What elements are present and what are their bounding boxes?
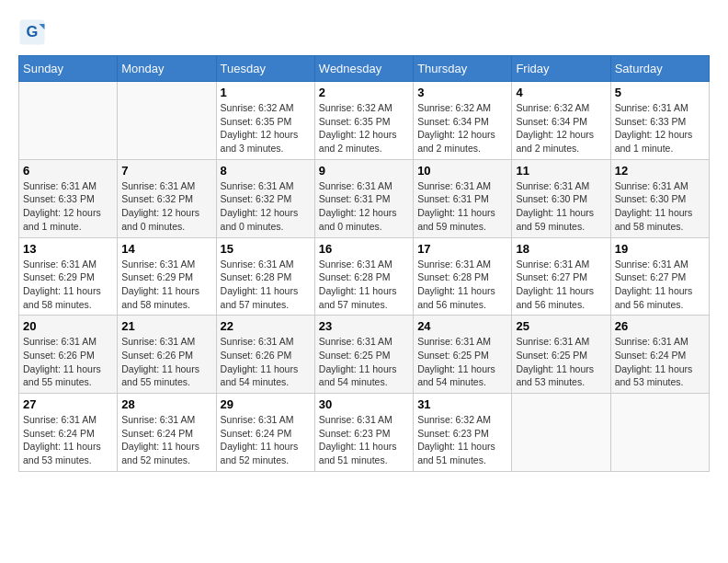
day-info: Sunrise: 6:31 AM Sunset: 6:33 PM Dayligh… [615, 101, 705, 155]
day-info: Sunrise: 6:31 AM Sunset: 6:29 PM Dayligh… [121, 258, 211, 312]
logo: G [18, 18, 50, 46]
day-info: Sunrise: 6:31 AM Sunset: 6:25 PM Dayligh… [319, 335, 409, 389]
day-number: 18 [516, 242, 606, 256]
calendar-header: SundayMondayTuesdayWednesdayThursdayFrid… [19, 56, 710, 82]
calendar-cell: 13Sunrise: 6:31 AM Sunset: 6:29 PM Dayli… [19, 237, 118, 316]
day-info: Sunrise: 6:31 AM Sunset: 6:33 PM Dayligh… [23, 179, 113, 234]
day-info: Sunrise: 6:31 AM Sunset: 6:27 PM Dayligh… [516, 258, 606, 312]
day-number: 23 [319, 319, 409, 333]
weekday-row: SundayMondayTuesdayWednesdayThursdayFrid… [19, 56, 710, 82]
day-number: 2 [319, 86, 409, 99]
calendar-week-4: 20Sunrise: 6:31 AM Sunset: 6:26 PM Dayli… [19, 316, 710, 394]
day-info: Sunrise: 6:31 AM Sunset: 6:26 PM Dayligh… [221, 335, 311, 389]
calendar-cell: 31Sunrise: 6:32 AM Sunset: 6:23 PM Dayli… [414, 394, 512, 472]
calendar-cell: 18Sunrise: 6:31 AM Sunset: 6:27 PM Dayli… [512, 237, 610, 316]
day-info: Sunrise: 6:31 AM Sunset: 6:26 PM Dayligh… [23, 335, 113, 389]
day-number: 27 [23, 397, 113, 411]
calendar-cell: 30Sunrise: 6:31 AM Sunset: 6:23 PM Dayli… [314, 394, 413, 472]
day-info: Sunrise: 6:31 AM Sunset: 6:25 PM Dayligh… [516, 335, 606, 389]
day-number: 19 [615, 242, 705, 256]
day-info: Sunrise: 6:31 AM Sunset: 6:24 PM Dayligh… [23, 413, 113, 467]
calendar-cell: 28Sunrise: 6:31 AM Sunset: 6:24 PM Dayli… [118, 394, 216, 472]
calendar-cell: 17Sunrise: 6:31 AM Sunset: 6:28 PM Dayli… [414, 237, 512, 316]
weekday-header-monday: Monday [118, 56, 216, 82]
calendar-cell: 9Sunrise: 6:31 AM Sunset: 6:31 PM Daylig… [314, 159, 413, 237]
day-info: Sunrise: 6:31 AM Sunset: 6:24 PM Dayligh… [221, 413, 311, 467]
calendar-week-5: 27Sunrise: 6:31 AM Sunset: 6:24 PM Dayli… [19, 394, 710, 472]
weekday-header-tuesday: Tuesday [216, 56, 314, 82]
calendar-cell: 4Sunrise: 6:32 AM Sunset: 6:34 PM Daylig… [512, 82, 610, 160]
calendar-cell: 27Sunrise: 6:31 AM Sunset: 6:24 PM Dayli… [19, 394, 118, 472]
day-info: Sunrise: 6:31 AM Sunset: 6:23 PM Dayligh… [319, 413, 409, 467]
calendar-week-3: 13Sunrise: 6:31 AM Sunset: 6:29 PM Dayli… [19, 237, 710, 316]
day-number: 20 [23, 319, 113, 333]
calendar-cell: 5Sunrise: 6:31 AM Sunset: 6:33 PM Daylig… [610, 82, 709, 160]
day-info: Sunrise: 6:31 AM Sunset: 6:31 PM Dayligh… [417, 179, 507, 234]
day-info: Sunrise: 6:31 AM Sunset: 6:28 PM Dayligh… [221, 258, 311, 312]
day-number: 3 [417, 86, 507, 99]
day-number: 15 [221, 242, 311, 256]
day-info: Sunrise: 6:31 AM Sunset: 6:28 PM Dayligh… [417, 258, 507, 312]
day-info: Sunrise: 6:32 AM Sunset: 6:34 PM Dayligh… [516, 101, 606, 155]
day-number: 14 [121, 242, 211, 256]
day-info: Sunrise: 6:31 AM Sunset: 6:25 PM Dayligh… [417, 335, 507, 389]
header: G [18, 18, 710, 46]
day-number: 25 [516, 319, 606, 333]
calendar-cell: 19Sunrise: 6:31 AM Sunset: 6:27 PM Dayli… [610, 237, 709, 316]
weekday-header-friday: Friday [512, 56, 610, 82]
day-info: Sunrise: 6:31 AM Sunset: 6:30 PM Dayligh… [615, 179, 705, 234]
day-info: Sunrise: 6:31 AM Sunset: 6:28 PM Dayligh… [319, 258, 409, 312]
calendar-cell [118, 82, 216, 160]
weekday-header-saturday: Saturday [610, 56, 709, 82]
weekday-header-sunday: Sunday [19, 56, 118, 82]
calendar-cell: 29Sunrise: 6:31 AM Sunset: 6:24 PM Dayli… [216, 394, 314, 472]
calendar-week-1: 1Sunrise: 6:32 AM Sunset: 6:35 PM Daylig… [19, 82, 710, 160]
calendar-cell: 10Sunrise: 6:31 AM Sunset: 6:31 PM Dayli… [414, 159, 512, 237]
day-number: 6 [23, 164, 113, 178]
day-number: 11 [516, 164, 606, 178]
day-info: Sunrise: 6:32 AM Sunset: 6:35 PM Dayligh… [319, 101, 409, 155]
day-number: 9 [319, 164, 409, 178]
day-number: 30 [319, 397, 409, 411]
day-number: 24 [417, 319, 507, 333]
day-info: Sunrise: 6:31 AM Sunset: 6:26 PM Dayligh… [121, 335, 211, 389]
calendar-cell: 26Sunrise: 6:31 AM Sunset: 6:24 PM Dayli… [610, 316, 709, 394]
day-info: Sunrise: 6:32 AM Sunset: 6:34 PM Dayligh… [417, 101, 507, 155]
day-info: Sunrise: 6:31 AM Sunset: 6:29 PM Dayligh… [23, 258, 113, 312]
svg-text:G: G [27, 23, 39, 40]
day-info: Sunrise: 6:31 AM Sunset: 6:24 PM Dayligh… [615, 335, 705, 389]
calendar-cell: 11Sunrise: 6:31 AM Sunset: 6:30 PM Dayli… [512, 159, 610, 237]
day-number: 26 [615, 319, 705, 333]
day-info: Sunrise: 6:31 AM Sunset: 6:31 PM Dayligh… [319, 179, 409, 234]
day-number: 8 [221, 164, 311, 178]
day-number: 21 [121, 319, 211, 333]
day-info: Sunrise: 6:32 AM Sunset: 6:35 PM Dayligh… [221, 101, 311, 155]
calendar-cell: 3Sunrise: 6:32 AM Sunset: 6:34 PM Daylig… [414, 82, 512, 160]
calendar-body: 1Sunrise: 6:32 AM Sunset: 6:35 PM Daylig… [19, 82, 710, 472]
day-number: 22 [221, 319, 311, 333]
calendar-cell: 14Sunrise: 6:31 AM Sunset: 6:29 PM Dayli… [118, 237, 216, 316]
logo-icon: G [18, 18, 46, 46]
calendar-cell: 24Sunrise: 6:31 AM Sunset: 6:25 PM Dayli… [414, 316, 512, 394]
weekday-header-wednesday: Wednesday [314, 56, 413, 82]
calendar-cell: 16Sunrise: 6:31 AM Sunset: 6:28 PM Dayli… [314, 237, 413, 316]
day-number: 12 [615, 164, 705, 178]
calendar-cell: 21Sunrise: 6:31 AM Sunset: 6:26 PM Dayli… [118, 316, 216, 394]
day-info: Sunrise: 6:31 AM Sunset: 6:27 PM Dayligh… [615, 258, 705, 312]
day-number: 7 [121, 164, 211, 178]
calendar-cell [610, 394, 709, 472]
day-number: 17 [417, 242, 507, 256]
day-number: 10 [417, 164, 507, 178]
calendar-week-2: 6Sunrise: 6:31 AM Sunset: 6:33 PM Daylig… [19, 159, 710, 237]
calendar-cell: 7Sunrise: 6:31 AM Sunset: 6:32 PM Daylig… [118, 159, 216, 237]
calendar-cell: 12Sunrise: 6:31 AM Sunset: 6:30 PM Dayli… [610, 159, 709, 237]
calendar-cell [19, 82, 118, 160]
calendar-cell: 8Sunrise: 6:31 AM Sunset: 6:32 PM Daylig… [216, 159, 314, 237]
calendar-cell: 6Sunrise: 6:31 AM Sunset: 6:33 PM Daylig… [19, 159, 118, 237]
calendar-cell: 2Sunrise: 6:32 AM Sunset: 6:35 PM Daylig… [314, 82, 413, 160]
day-info: Sunrise: 6:31 AM Sunset: 6:24 PM Dayligh… [121, 413, 211, 467]
day-number: 13 [23, 242, 113, 256]
calendar-cell: 23Sunrise: 6:31 AM Sunset: 6:25 PM Dayli… [314, 316, 413, 394]
day-number: 28 [121, 397, 211, 411]
calendar-table: SundayMondayTuesdayWednesdayThursdayFrid… [18, 55, 710, 472]
